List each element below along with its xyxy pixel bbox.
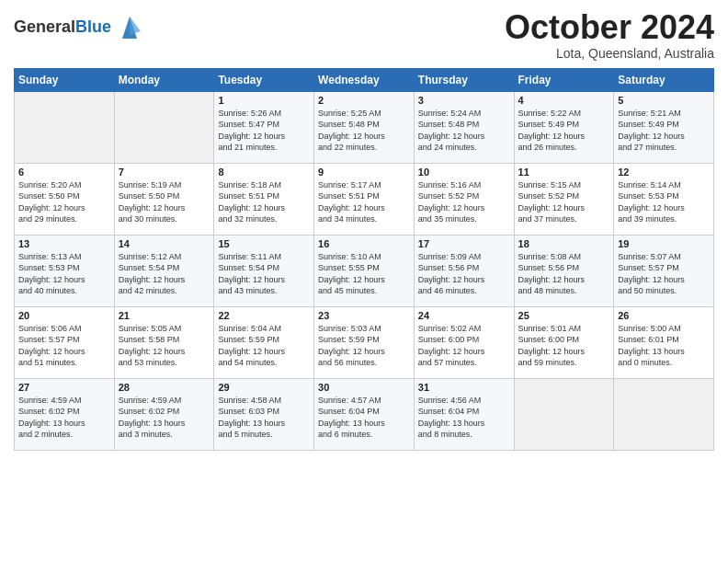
weekday-header-sunday: Sunday bbox=[15, 68, 115, 91]
calendar-cell: 16Sunrise: 5:10 AM Sunset: 5:55 PM Dayli… bbox=[314, 235, 415, 306]
day-number: 22 bbox=[218, 310, 310, 321]
day-number: 21 bbox=[119, 310, 210, 321]
cell-content: Sunrise: 5:13 AM Sunset: 5:53 PM Dayligh… bbox=[18, 251, 110, 297]
calendar-cell: 4Sunrise: 5:22 AM Sunset: 5:49 PM Daylig… bbox=[514, 91, 614, 163]
calendar-cell: 31Sunrise: 4:56 AM Sunset: 6:04 PM Dayli… bbox=[414, 378, 514, 450]
day-number: 1 bbox=[218, 95, 310, 106]
cell-content: Sunrise: 5:12 AM Sunset: 5:54 PM Dayligh… bbox=[119, 251, 210, 297]
logo: GeneralBlue bbox=[14, 13, 144, 42]
cell-content: Sunrise: 5:17 AM Sunset: 5:51 PM Dayligh… bbox=[318, 179, 410, 225]
calendar-cell: 6Sunrise: 5:20 AM Sunset: 5:50 PM Daylig… bbox=[15, 163, 115, 235]
title-block: October 2024 Lota, Queensland, Australia bbox=[505, 9, 714, 61]
day-number: 29 bbox=[218, 382, 310, 393]
cell-content: Sunrise: 5:16 AM Sunset: 5:52 PM Dayligh… bbox=[418, 179, 510, 225]
cell-content: Sunrise: 5:21 AM Sunset: 5:49 PM Dayligh… bbox=[618, 108, 710, 154]
week-row-5: 27Sunrise: 4:59 AM Sunset: 6:02 PM Dayli… bbox=[15, 378, 714, 450]
weekday-header-thursday: Thursday bbox=[414, 68, 514, 91]
cell-content: Sunrise: 5:08 AM Sunset: 5:56 PM Dayligh… bbox=[518, 251, 610, 297]
cell-content: Sunrise: 5:02 AM Sunset: 6:00 PM Dayligh… bbox=[418, 323, 510, 369]
day-number: 9 bbox=[318, 167, 410, 178]
cell-content: Sunrise: 5:04 AM Sunset: 5:59 PM Dayligh… bbox=[218, 323, 310, 369]
cell-content: Sunrise: 5:01 AM Sunset: 6:00 PM Dayligh… bbox=[518, 323, 610, 369]
week-row-4: 20Sunrise: 5:06 AM Sunset: 5:57 PM Dayli… bbox=[15, 306, 714, 378]
day-number: 4 bbox=[518, 95, 610, 106]
calendar-cell: 9Sunrise: 5:17 AM Sunset: 5:51 PM Daylig… bbox=[314, 163, 415, 235]
cell-content: Sunrise: 5:05 AM Sunset: 5:58 PM Dayligh… bbox=[119, 323, 210, 369]
logo-general: General bbox=[14, 17, 75, 36]
cell-content: Sunrise: 5:00 AM Sunset: 6:01 PM Dayligh… bbox=[618, 323, 710, 369]
cell-content: Sunrise: 5:26 AM Sunset: 5:47 PM Dayligh… bbox=[218, 108, 310, 154]
day-number: 6 bbox=[18, 167, 110, 178]
cell-content: Sunrise: 5:06 AM Sunset: 5:57 PM Dayligh… bbox=[18, 323, 110, 369]
week-row-2: 6Sunrise: 5:20 AM Sunset: 5:50 PM Daylig… bbox=[15, 163, 714, 235]
calendar-cell: 10Sunrise: 5:16 AM Sunset: 5:52 PM Dayli… bbox=[414, 163, 514, 235]
calendar-cell: 14Sunrise: 5:12 AM Sunset: 5:54 PM Dayli… bbox=[114, 235, 214, 306]
day-number: 5 bbox=[618, 95, 710, 106]
weekday-header-monday: Monday bbox=[114, 68, 214, 91]
cell-content: Sunrise: 4:59 AM Sunset: 6:02 PM Dayligh… bbox=[18, 395, 110, 441]
day-number: 17 bbox=[418, 238, 510, 249]
logo-blue: Blue bbox=[75, 17, 111, 36]
calendar-cell bbox=[114, 91, 214, 163]
calendar-cell: 18Sunrise: 5:08 AM Sunset: 5:56 PM Dayli… bbox=[514, 235, 614, 306]
cell-content: Sunrise: 5:19 AM Sunset: 5:50 PM Dayligh… bbox=[119, 179, 210, 225]
calendar-cell: 25Sunrise: 5:01 AM Sunset: 6:00 PM Dayli… bbox=[514, 306, 614, 378]
calendar-cell: 1Sunrise: 5:26 AM Sunset: 5:47 PM Daylig… bbox=[214, 91, 314, 163]
calendar-cell: 19Sunrise: 5:07 AM Sunset: 5:57 PM Dayli… bbox=[614, 235, 714, 306]
location: Lota, Queensland, Australia bbox=[505, 46, 714, 61]
day-number: 26 bbox=[618, 310, 710, 321]
calendar-table: SundayMondayTuesdayWednesdayThursdayFrid… bbox=[14, 68, 714, 451]
cell-content: Sunrise: 5:20 AM Sunset: 5:50 PM Dayligh… bbox=[18, 179, 110, 225]
logo-icon bbox=[115, 13, 144, 42]
calendar-cell bbox=[15, 91, 115, 163]
calendar-cell: 7Sunrise: 5:19 AM Sunset: 5:50 PM Daylig… bbox=[114, 163, 214, 235]
day-number: 3 bbox=[418, 95, 510, 106]
calendar-cell: 8Sunrise: 5:18 AM Sunset: 5:51 PM Daylig… bbox=[214, 163, 314, 235]
day-number: 7 bbox=[119, 167, 210, 178]
month-title: October 2024 bbox=[505, 9, 714, 46]
day-number: 25 bbox=[518, 310, 610, 321]
day-number: 13 bbox=[18, 238, 110, 249]
calendar-cell: 22Sunrise: 5:04 AM Sunset: 5:59 PM Dayli… bbox=[214, 306, 314, 378]
day-number: 2 bbox=[318, 95, 410, 106]
week-row-1: 1Sunrise: 5:26 AM Sunset: 5:47 PM Daylig… bbox=[15, 91, 714, 163]
calendar-cell: 26Sunrise: 5:00 AM Sunset: 6:01 PM Dayli… bbox=[614, 306, 714, 378]
day-number: 30 bbox=[318, 382, 410, 393]
cell-content: Sunrise: 5:24 AM Sunset: 5:48 PM Dayligh… bbox=[418, 108, 510, 154]
cell-content: Sunrise: 5:15 AM Sunset: 5:52 PM Dayligh… bbox=[518, 179, 610, 225]
weekday-header-tuesday: Tuesday bbox=[214, 68, 314, 91]
calendar-cell: 21Sunrise: 5:05 AM Sunset: 5:58 PM Dayli… bbox=[114, 306, 214, 378]
day-number: 27 bbox=[18, 382, 110, 393]
day-number: 31 bbox=[418, 382, 510, 393]
cell-content: Sunrise: 4:56 AM Sunset: 6:04 PM Dayligh… bbox=[418, 395, 510, 441]
cell-content: Sunrise: 5:10 AM Sunset: 5:55 PM Dayligh… bbox=[318, 251, 410, 297]
weekday-header-wednesday: Wednesday bbox=[314, 68, 415, 91]
day-number: 23 bbox=[318, 310, 410, 321]
calendar-cell: 17Sunrise: 5:09 AM Sunset: 5:56 PM Dayli… bbox=[414, 235, 514, 306]
cell-content: Sunrise: 4:57 AM Sunset: 6:04 PM Dayligh… bbox=[318, 395, 410, 441]
calendar-cell: 23Sunrise: 5:03 AM Sunset: 5:59 PM Dayli… bbox=[314, 306, 415, 378]
day-number: 18 bbox=[518, 238, 610, 249]
calendar-cell: 27Sunrise: 4:59 AM Sunset: 6:02 PM Dayli… bbox=[15, 378, 115, 450]
calendar-cell bbox=[514, 378, 614, 450]
cell-content: Sunrise: 5:22 AM Sunset: 5:49 PM Dayligh… bbox=[518, 108, 610, 154]
week-row-3: 13Sunrise: 5:13 AM Sunset: 5:53 PM Dayli… bbox=[15, 235, 714, 306]
day-number: 20 bbox=[18, 310, 110, 321]
calendar-cell: 30Sunrise: 4:57 AM Sunset: 6:04 PM Dayli… bbox=[314, 378, 415, 450]
page: GeneralBlue October 2024 Lota, Queenslan… bbox=[0, 0, 728, 563]
calendar-cell: 13Sunrise: 5:13 AM Sunset: 5:53 PM Dayli… bbox=[15, 235, 115, 306]
calendar-cell: 3Sunrise: 5:24 AM Sunset: 5:48 PM Daylig… bbox=[414, 91, 514, 163]
calendar-cell: 11Sunrise: 5:15 AM Sunset: 5:52 PM Dayli… bbox=[514, 163, 614, 235]
day-number: 28 bbox=[119, 382, 210, 393]
cell-content: Sunrise: 5:14 AM Sunset: 5:53 PM Dayligh… bbox=[618, 179, 710, 225]
svg-marker-1 bbox=[130, 17, 141, 35]
cell-content: Sunrise: 5:03 AM Sunset: 5:59 PM Dayligh… bbox=[318, 323, 410, 369]
calendar-cell: 29Sunrise: 4:58 AM Sunset: 6:03 PM Dayli… bbox=[214, 378, 314, 450]
calendar-cell: 24Sunrise: 5:02 AM Sunset: 6:00 PM Dayli… bbox=[414, 306, 514, 378]
weekday-header-saturday: Saturday bbox=[614, 68, 714, 91]
day-number: 8 bbox=[218, 167, 310, 178]
cell-content: Sunrise: 5:11 AM Sunset: 5:54 PM Dayligh… bbox=[218, 251, 310, 297]
cell-content: Sunrise: 4:58 AM Sunset: 6:03 PM Dayligh… bbox=[218, 395, 310, 441]
day-number: 16 bbox=[318, 238, 410, 249]
calendar-cell: 2Sunrise: 5:25 AM Sunset: 5:48 PM Daylig… bbox=[314, 91, 415, 163]
